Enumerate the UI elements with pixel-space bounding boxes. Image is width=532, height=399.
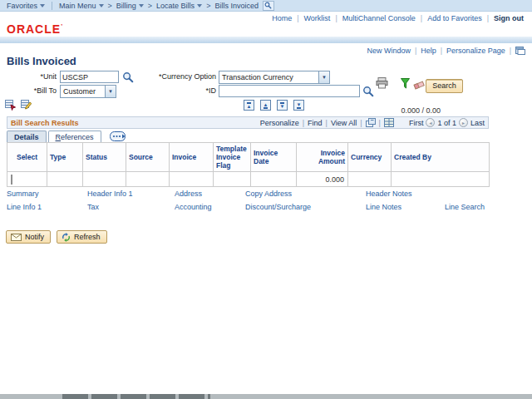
chevron-down-icon xyxy=(197,4,202,7)
results-header-controls: Personalize | Find | View All | | First … xyxy=(260,118,485,127)
copy-address-link[interactable]: Copy Address xyxy=(245,190,366,198)
chevron-down-icon: ▼ xyxy=(318,71,329,83)
scroll-down-icon[interactable]: ▼ xyxy=(277,100,288,111)
nav-multichannel-link[interactable]: MultiChannel Console xyxy=(342,14,416,22)
accounting-link[interactable]: Accounting xyxy=(175,203,245,211)
breadcrumb-favorites[interactable]: Favorites xyxy=(7,2,45,10)
row-select-cell xyxy=(7,172,47,187)
header-band xyxy=(0,37,532,43)
breadcrumb: Favorites Main Menu > Billing > Locate B… xyxy=(0,0,532,12)
pagelink-separator: | xyxy=(441,47,442,55)
zoom-grid-icon[interactable] xyxy=(366,118,376,127)
tax-link[interactable]: Tax xyxy=(87,203,175,211)
last-link[interactable]: Last xyxy=(470,119,485,127)
scroll-to-bottom-icon[interactable]: ▼ xyxy=(293,100,304,111)
line-notes-link[interactable]: Line Notes xyxy=(366,203,445,211)
breadcrumb-separator: > xyxy=(148,2,152,10)
breadcrumb-billing-label: Billing xyxy=(116,2,136,10)
unit-label: *Unit xyxy=(7,72,57,81)
search-button[interactable]: Search xyxy=(426,79,463,93)
results-separator: | xyxy=(303,119,304,127)
unit-input[interactable] xyxy=(60,71,119,83)
column-header-invoice-date[interactable]: Invoice Date xyxy=(251,143,297,172)
new-window-link[interactable]: New Window xyxy=(367,47,411,55)
column-header-status[interactable]: Status xyxy=(83,143,126,172)
bill-to-select[interactable]: Customer ▼ xyxy=(60,85,116,98)
show-all-columns-icon[interactable] xyxy=(110,131,128,141)
page-links: New Window | Help | Personalize Page | xyxy=(0,46,525,55)
summary-link[interactable]: Summary xyxy=(7,190,87,198)
row-source-cell xyxy=(126,172,170,187)
id-lookup-icon[interactable] xyxy=(362,86,374,97)
view-all-link[interactable]: View All xyxy=(331,119,357,127)
print-icon[interactable] xyxy=(376,77,388,89)
tab-details[interactable]: Details xyxy=(7,131,47,143)
envelope-icon xyxy=(11,234,22,241)
column-header-source[interactable]: Source xyxy=(126,143,170,172)
copy-url-icon[interactable] xyxy=(515,46,525,55)
scrollbar-dashes xyxy=(62,394,210,399)
results-table: Select Type Status Source Invoice Templa… xyxy=(7,142,490,187)
refresh-button[interactable]: Refresh xyxy=(57,230,107,244)
discount-surcharge-link[interactable]: Discount/Surcharge xyxy=(245,203,366,211)
column-header-type[interactable]: Type xyxy=(47,143,83,172)
breadcrumb-search-icon[interactable] xyxy=(263,1,274,11)
sign-out-link[interactable]: Sign out xyxy=(494,14,524,22)
find-link[interactable]: Find xyxy=(308,119,323,127)
address-link[interactable]: Address xyxy=(175,190,245,198)
column-header-template-invoice-flag[interactable]: Template Invoice Flag xyxy=(214,143,251,172)
empty-cell xyxy=(445,190,514,198)
first-link[interactable]: First xyxy=(409,119,424,127)
tab-references[interactable]: References xyxy=(48,131,101,143)
breadcrumb-main-menu[interactable]: Main Menu xyxy=(59,2,104,10)
breadcrumb-billing[interactable]: Billing xyxy=(116,2,144,10)
column-header-invoice-amount[interactable]: Invoice Amount xyxy=(297,143,348,172)
chevron-down-icon: ▼ xyxy=(105,86,116,97)
pagelink-separator: | xyxy=(415,47,416,55)
unit-lookup-icon[interactable] xyxy=(122,71,134,83)
currency-option-select[interactable]: Transaction Currency ▼ xyxy=(219,71,330,84)
line-info-1-link[interactable]: Line Info 1 xyxy=(7,203,87,211)
nav-add-to-favorites-link[interactable]: Add to Favorites xyxy=(427,14,482,22)
header-info-1-link[interactable]: Header Info 1 xyxy=(87,190,175,198)
clear-all-icon[interactable] xyxy=(21,100,32,111)
row-checkbox[interactable] xyxy=(11,175,12,185)
page-count: 1 of 1 xyxy=(437,119,456,127)
page-title: Bills Invoiced xyxy=(7,55,76,67)
column-header-select[interactable]: Select xyxy=(7,143,47,172)
row-type-cell xyxy=(47,172,83,187)
line-search-link[interactable]: Line Search xyxy=(445,203,514,211)
id-input[interactable] xyxy=(219,85,360,97)
header-notes-link[interactable]: Header Notes xyxy=(366,190,445,198)
nav-separator: | xyxy=(335,14,337,22)
nav-worklist-link[interactable]: Worklist xyxy=(304,14,331,22)
bottom-scrollbar[interactable] xyxy=(0,394,532,399)
row-currency-cell xyxy=(348,172,392,187)
column-header-created-by[interactable]: Created By xyxy=(392,143,490,172)
breadcrumb-locate-bills[interactable]: Locate Bills xyxy=(156,2,202,10)
select-all-icon[interactable] xyxy=(5,100,16,111)
eraser-icon[interactable] xyxy=(413,80,426,90)
scroll-up-icon[interactable]: ▲ xyxy=(260,100,271,111)
personalize-link[interactable]: Personalize xyxy=(260,119,299,127)
table-header-row: Select Type Status Source Invoice Templa… xyxy=(7,143,490,172)
scroll-to-top-icon[interactable]: ▲ xyxy=(244,100,254,111)
row-created-by-cell xyxy=(392,172,490,187)
column-header-invoice[interactable]: Invoice xyxy=(170,143,214,172)
nav-home-link[interactable]: Home xyxy=(272,14,292,22)
amount-totals: 0.000 / 0.00 xyxy=(401,106,441,115)
column-header-currency[interactable]: Currency xyxy=(348,143,392,172)
next-page-icon[interactable]: ► xyxy=(459,118,468,127)
previous-page-icon[interactable]: ◄ xyxy=(426,118,435,127)
personalize-page-link[interactable]: Personalize Page xyxy=(446,47,505,55)
currency-option-label: *Currency Option xyxy=(150,72,216,81)
results-separator: | xyxy=(379,119,381,127)
detail-links: Summary Header Info 1 Address Copy Addre… xyxy=(7,190,514,211)
help-link[interactable]: Help xyxy=(421,47,436,55)
notify-button[interactable]: Notify xyxy=(6,230,51,244)
footer-actions: Notify Refresh xyxy=(6,230,107,244)
download-to-excel-icon[interactable] xyxy=(384,118,394,127)
breadcrumb-favorites-label: Favorites xyxy=(7,2,37,10)
filter-funnel-icon[interactable] xyxy=(401,78,410,89)
app-window: Favorites Main Menu > Billing > Locate B… xyxy=(0,0,532,399)
